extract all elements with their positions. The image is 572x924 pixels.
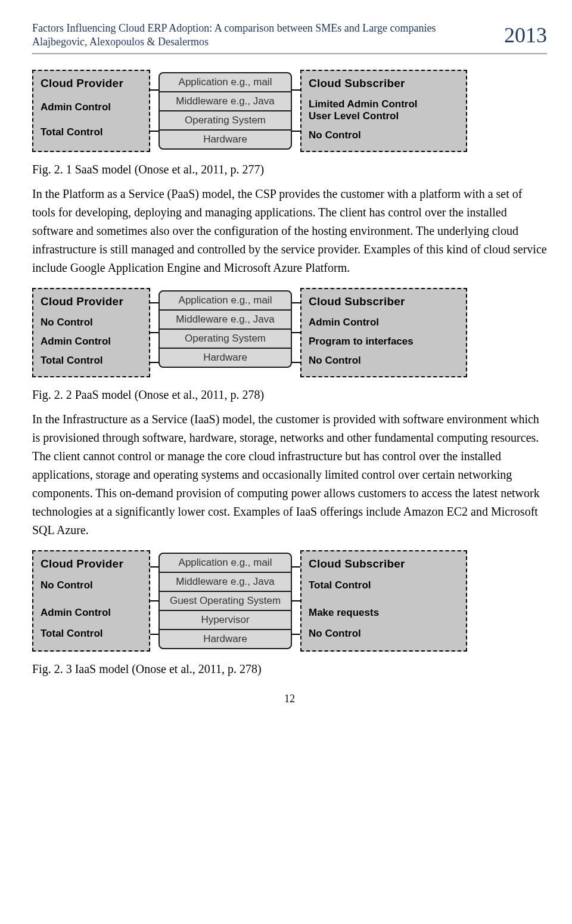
iaas-provider-title: Cloud Provider — [41, 557, 142, 570]
paas-left-row0: No Control — [41, 313, 142, 332]
paas-right-connectors — [292, 288, 300, 377]
saas-subscriber-box: Cloud Subscriber Limited Admin Control U… — [300, 70, 467, 152]
paas-stack-3: Hardware — [158, 348, 292, 368]
header-title-line2: Alajbegovic, Alexopoulos & Desalermos — [32, 35, 497, 49]
iaas-stack-1: Middleware e.g., Java — [158, 572, 292, 592]
iaas-stack: Application e.g., mail Middleware e.g., … — [158, 550, 292, 652]
paragraph-iaas-desc: In the Infrastructure as a Service (IaaS… — [32, 410, 547, 539]
paas-stack-2: Operating System — [158, 328, 292, 349]
saas-provider-box: Cloud Provider Admin Control Total Contr… — [32, 70, 150, 152]
iaas-left-row2: Total Control — [41, 624, 142, 643]
paas-left-connectors — [150, 288, 158, 377]
iaas-provider-box: Cloud Provider No Control Admin Control … — [32, 550, 150, 652]
diagram-saas: Cloud Provider Admin Control Total Contr… — [32, 70, 547, 152]
saas-stack-3: Hardware — [158, 129, 292, 150]
header-divider — [32, 53, 547, 54]
paas-stack: Application e.g., mail Middleware e.g., … — [158, 288, 292, 377]
paas-stack-1: Middleware e.g., Java — [158, 309, 292, 330]
saas-stack-1: Middleware e.g., Java — [158, 91, 292, 111]
header-title-block: Factors Influencing Cloud ERP Adoption: … — [32, 21, 497, 49]
saas-left-row1: Total Control — [41, 123, 142, 142]
saas-right-connectors — [292, 70, 300, 152]
iaas-right-row1: Make requests — [309, 603, 459, 622]
iaas-stack-4: Hardware — [158, 629, 292, 649]
iaas-stack-3: Hypervisor — [158, 610, 292, 630]
header-year: 2013 — [504, 21, 547, 48]
saas-provider-title: Cloud Provider — [41, 77, 142, 90]
diagram-iaas: Cloud Provider No Control Admin Control … — [32, 550, 547, 652]
paas-provider-title: Cloud Provider — [41, 295, 142, 308]
saas-right-row1: No Control — [309, 126, 459, 145]
page-number: 12 — [32, 693, 547, 705]
paas-provider-box: Cloud Provider No Control Admin Control … — [32, 288, 150, 377]
paas-left-row1: Admin Control — [41, 332, 142, 351]
paas-stack-0: Application e.g., mail — [158, 290, 292, 311]
paas-right-row2: No Control — [309, 351, 459, 370]
saas-left-row0: Admin Control — [41, 98, 142, 117]
caption-saas: Fig. 2. 1 SaaS model (Onose et al., 2011… — [32, 163, 547, 176]
iaas-right-row0: Total Control — [309, 576, 459, 595]
caption-iaas: Fig. 2. 3 IaaS model (Onose et al., 2011… — [32, 662, 547, 676]
iaas-left-row0: No Control — [41, 576, 142, 595]
paas-subscriber-title: Cloud Subscriber — [309, 295, 459, 308]
paas-right-row0: Admin Control — [309, 313, 459, 332]
iaas-left-row1: Admin Control — [41, 603, 142, 622]
paragraph-paas-desc: In the Platform as a Service (PaaS) mode… — [32, 185, 547, 277]
saas-left-connectors — [150, 70, 158, 152]
diagram-paas: Cloud Provider No Control Admin Control … — [32, 288, 547, 377]
iaas-stack-2: Guest Operating System — [158, 591, 292, 611]
header-title-line1: Factors Influencing Cloud ERP Adoption: … — [32, 21, 497, 35]
iaas-right-row2: No Control — [309, 624, 459, 643]
saas-stack: Application e.g., mail Middleware e.g., … — [158, 70, 292, 152]
paas-right-row1: Program to interfaces — [309, 332, 459, 351]
saas-subscriber-title: Cloud Subscriber — [309, 77, 459, 90]
iaas-subscriber-box: Cloud Subscriber Total Control Make requ… — [300, 550, 467, 652]
saas-stack-0: Application e.g., mail — [158, 72, 292, 92]
iaas-stack-0: Application e.g., mail — [158, 553, 292, 573]
iaas-left-connectors — [150, 550, 158, 652]
saas-stack-2: Operating System — [158, 110, 292, 131]
saas-right-row0: Limited Admin Control User Level Control — [309, 95, 459, 126]
iaas-right-connectors — [292, 550, 300, 652]
page-header: Factors Influencing Cloud ERP Adoption: … — [32, 21, 547, 49]
iaas-subscriber-title: Cloud Subscriber — [309, 557, 459, 570]
caption-paas: Fig. 2. 2 PaaS model (Onose et al., 2011… — [32, 388, 547, 402]
paas-left-row2: Total Control — [41, 351, 142, 370]
paas-subscriber-box: Cloud Subscriber Admin Control Program t… — [300, 288, 467, 377]
